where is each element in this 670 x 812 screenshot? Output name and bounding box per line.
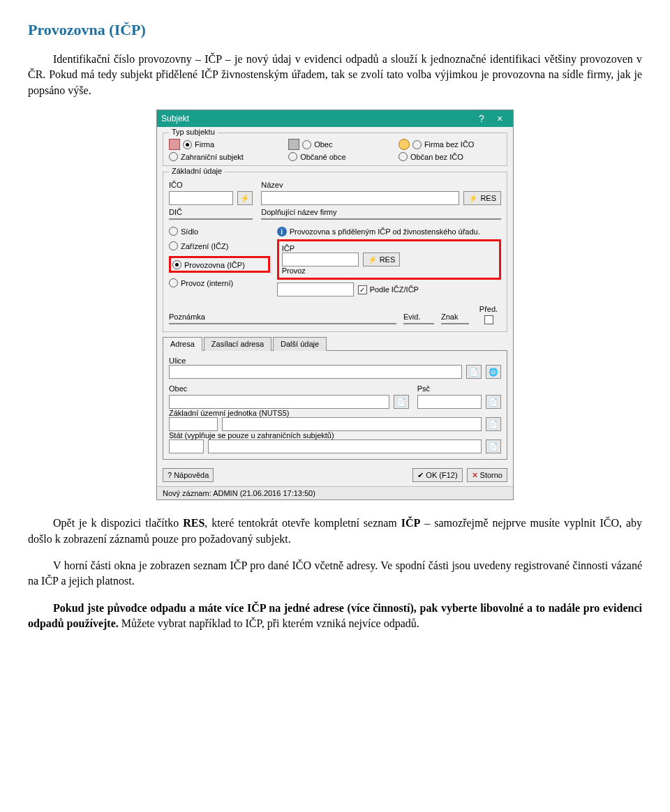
label-dic: DIČ — [169, 208, 253, 216]
note-icon: 📄 — [489, 420, 498, 429]
radio-firma-bez-ico[interactable]: Firma bez IČO — [399, 139, 501, 150]
znak-input[interactable] — [441, 323, 469, 324]
label-znak: Znak — [441, 313, 469, 321]
label-evid: Evid. — [403, 313, 434, 321]
x-icon: ✕ — [472, 471, 478, 480]
ulice-globe-button[interactable]: 🌐 — [486, 365, 501, 379]
label-obec: Obec — [169, 384, 409, 393]
dialog-figure: Subjekt ? × Typ subjektu Firma Zahraničn… — [28, 110, 642, 500]
paragraph-layout: V horní části okna je zobrazen seznam IČ… — [28, 558, 642, 589]
intro-paragraph: Identifikační číslo provozovny – IČP – j… — [28, 52, 642, 98]
radio-provoz-interni[interactable]: Provoz (interní) — [169, 278, 270, 287]
stat-code-input[interactable] — [169, 439, 204, 453]
tab-adresa-body: Ulice 📄 🌐 Obec 📄 Psč 📄 Základní územní j… — [163, 351, 507, 460]
label-doplnujici: Doplňující název firmy — [261, 208, 501, 216]
paragraph-multi-icp: Pokud jste původce odpadu a máte více IČ… — [28, 601, 642, 632]
storno-button[interactable]: ✕ Storno — [467, 468, 507, 482]
highlight-box: Provozovna (IČP) — [169, 256, 270, 273]
info-icon: i — [277, 227, 287, 236]
check-icon: ✔ — [417, 471, 424, 480]
ico-input[interactable] — [169, 191, 233, 205]
stat-name-input[interactable] — [208, 439, 482, 453]
dialog-title: Subjekt — [161, 114, 472, 123]
help-button[interactable]: ? — [472, 113, 491, 124]
tabs: Adresa Zasílací adresa Další údaje — [163, 336, 507, 351]
ok-button[interactable]: ✔ OK (F12) — [412, 468, 462, 482]
ulice-input[interactable] — [169, 365, 462, 379]
label-icp: IČP — [282, 244, 295, 253]
group-zakladni-udaje: Základní údaje IČO ⚡ Název ⚡RES DIČ Dopl… — [163, 172, 507, 332]
provoz-input[interactable] — [277, 283, 354, 296]
obec-note-button[interactable]: 📄 — [394, 395, 409, 409]
dialog-titlebar: Subjekt ? × — [157, 110, 513, 127]
group-typ-subjektu: Typ subjektu Firma Zahraniční subjekt Ob… — [163, 133, 507, 166]
bolt-icon: ⚡ — [368, 255, 378, 264]
zuj-note-button[interactable]: 📄 — [486, 417, 501, 431]
napoveda-button[interactable]: ? Nápověda — [163, 468, 214, 482]
label-poznamka: Poznámka — [169, 313, 396, 321]
label-psc: Psč — [417, 384, 501, 393]
dic-input[interactable] — [169, 218, 253, 220]
note-icon: 📄 — [469, 368, 479, 377]
globe-icon: 🌐 — [489, 368, 498, 377]
psc-input[interactable] — [417, 395, 482, 409]
ulice-note-button[interactable]: 📄 — [466, 365, 482, 379]
label-ico: IČO — [169, 181, 253, 189]
person-icon — [399, 139, 410, 150]
note-icon: 📄 — [396, 398, 406, 407]
poznamka-input[interactable] — [169, 323, 396, 324]
tab-zasilaci-adresa[interactable]: Zasílací adresa — [204, 337, 271, 351]
nazev-input[interactable] — [261, 191, 459, 205]
page-heading: Provozovna (IČP) — [28, 21, 642, 39]
note-icon: 📄 — [489, 442, 498, 451]
close-button[interactable]: × — [491, 113, 509, 124]
icp-res-button[interactable]: ⚡RES — [363, 253, 401, 266]
doplnujici-input[interactable] — [261, 218, 501, 220]
note-icon: 📄 — [489, 398, 498, 407]
label-provoz: Provoz — [282, 266, 306, 275]
radio-obec[interactable]: Obec — [288, 139, 382, 150]
label-zuj: Základní územní jednotka (NUTS5) — [169, 409, 289, 417]
label-nazev: Název — [261, 181, 501, 189]
icp-input[interactable] — [282, 253, 359, 266]
label-stat: Stát (vyplňuje se pouze u zahraničních s… — [169, 431, 334, 439]
obec-input[interactable] — [169, 395, 389, 409]
radio-zahranicni[interactable]: Zahraniční subjekt — [169, 152, 271, 161]
radio-firma[interactable]: Firma — [169, 139, 271, 150]
evid-input[interactable] — [403, 323, 434, 324]
radio-obcane-obce[interactable]: Občané obce — [288, 152, 382, 161]
zuj-name-input[interactable] — [222, 417, 482, 431]
stat-note-button[interactable]: 📄 — [486, 439, 501, 453]
house-icon — [288, 139, 299, 150]
psc-note-button[interactable]: 📄 — [486, 395, 501, 409]
checkbox-podle-icz-icp[interactable]: ✓Podle IČZ/IČP — [358, 285, 419, 294]
zuj-code-input[interactable] — [169, 417, 218, 431]
tab-dalsi-udaje[interactable]: Další údaje — [273, 337, 327, 351]
radio-obcan-bez-ico[interactable]: Občan bez IČO — [399, 152, 501, 161]
info-text: Provozovna s přiděleným IČP od živnosten… — [290, 227, 480, 236]
radio-zarizeni-icz[interactable]: Zařízení (IČZ) — [169, 241, 270, 250]
radio-sidlo[interactable]: Sídlo — [169, 227, 270, 236]
tab-adresa[interactable]: Adresa — [163, 337, 202, 351]
bolt-icon: ⚡ — [468, 194, 478, 203]
subjekt-dialog: Subjekt ? × Typ subjektu Firma Zahraničn… — [156, 110, 514, 500]
label-pred: Před. — [479, 305, 498, 313]
group-zakladni-label: Základní údaje — [169, 167, 225, 175]
checkbox-pred[interactable] — [484, 315, 493, 324]
house-icon — [169, 139, 180, 150]
radio-provozovna-icp[interactable]: Provozovna (IČP) — [172, 260, 245, 269]
help-icon: ? — [168, 471, 172, 479]
ico-bolt-button[interactable]: ⚡ — [237, 191, 253, 205]
res-button[interactable]: ⚡RES — [463, 191, 501, 205]
bolt-icon: ⚡ — [240, 194, 250, 203]
status-bar: Nový záznam: ADMIN (21.06.2016 17:13:50) — [157, 486, 513, 499]
dialog-footer: ? Nápověda ✔ OK (F12) ✕ Storno — [157, 464, 513, 486]
highlight-icp-box: IČP ⚡RES Provoz — [277, 239, 501, 280]
group-typ-label: Typ subjektu — [169, 128, 218, 136]
label-ulice: Ulice — [169, 356, 186, 365]
paragraph-res: Opět je k dispozici tlačítko RES, které … — [28, 516, 642, 547]
